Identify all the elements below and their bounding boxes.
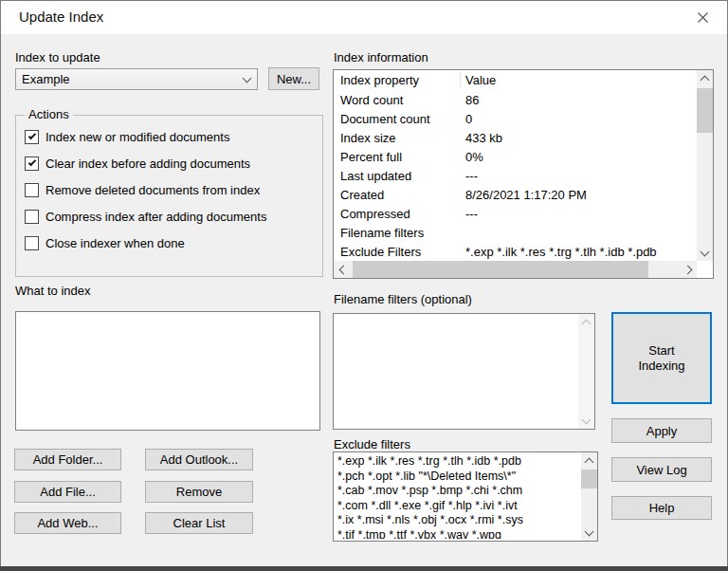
table-row[interactable]: Percent full 0%: [334, 147, 697, 166]
titlebar: Update Index: [0, 0, 728, 34]
chevron-down-icon: [582, 414, 592, 424]
exclude-filters-value[interactable]: *.exp *.ilk *.res *.trg *.tlh *.idb *.pd…: [337, 454, 578, 539]
help-button[interactable]: Help: [611, 496, 712, 520]
exclude-filters-scrollbar[interactable]: [581, 452, 597, 541]
row-property: Compressed: [340, 207, 465, 221]
checkbox-label: Index new or modified documents: [46, 130, 229, 144]
scroll-left-button[interactable]: [334, 261, 350, 278]
what-to-index-label: What to index: [15, 284, 91, 299]
vertical-scroll-thumb[interactable]: [581, 470, 597, 488]
add-file-button[interactable]: Add File...: [14, 481, 121, 503]
exclude-filters-label: Exclude filters: [334, 437, 410, 452]
row-value: 8/26/2021 1:17:20 PM: [465, 188, 697, 202]
row-property: Created: [340, 188, 465, 202]
clear-list-button[interactable]: Clear List: [145, 512, 253, 534]
row-value: ---: [465, 169, 697, 183]
checkbox-index-new-or-modified[interactable]: Index new or modified documents: [25, 129, 229, 145]
listview-header[interactable]: Index property Value: [334, 70, 697, 90]
row-value: *.exp *.ilk *.res *.trg *.tlh *.idb *.pd…: [465, 245, 697, 259]
chevron-left-icon: [338, 265, 348, 274]
checkbox-icon[interactable]: [25, 236, 39, 250]
checkbox-label: Close indexer when done: [46, 236, 185, 250]
index-select[interactable]: Example: [15, 68, 258, 90]
table-row[interactable]: Word count 86: [334, 90, 697, 109]
row-property: Word count: [340, 93, 465, 107]
scroll-down-button[interactable]: [578, 413, 594, 429]
table-row[interactable]: Exclude Filters *.exp *.ilk *.res *.trg …: [334, 242, 697, 261]
scroll-up-button[interactable]: [697, 70, 713, 86]
checkbox-label: Clear index before adding documents: [46, 157, 250, 171]
column-header-value[interactable]: Value: [460, 72, 697, 88]
table-row[interactable]: Last updated ---: [334, 166, 697, 185]
table-row[interactable]: Compressed ---: [334, 204, 697, 223]
chevron-up-icon: [582, 320, 592, 329]
index-select-value: Example: [16, 72, 236, 86]
chevron-right-icon: [682, 265, 692, 274]
listview-horizontal-scrollbar[interactable]: [334, 261, 697, 278]
chevron-up-icon: [701, 76, 710, 85]
view-log-button[interactable]: View Log: [611, 457, 712, 482]
checkmark-icon: [27, 158, 35, 166]
checkbox-label: Remove deleted documents from index: [46, 183, 260, 197]
checkbox-clear-index-before-adding[interactable]: Clear index before adding documents: [25, 156, 250, 172]
row-value: ---: [465, 207, 697, 221]
vertical-scroll-thumb[interactable]: [697, 88, 713, 133]
close-icon: [697, 11, 709, 24]
column-header-property[interactable]: Index property: [340, 73, 465, 87]
index-information-listview[interactable]: Index property Value Word count 86 Docum…: [333, 69, 714, 279]
update-index-dialog: Update Index Index to update Example New…: [0, 0, 728, 571]
filename-filters-textarea[interactable]: [333, 313, 595, 430]
horizontal-scroll-thumb[interactable]: [353, 261, 648, 278]
table-row[interactable]: Document count 0: [334, 109, 697, 128]
listview-vertical-scrollbar[interactable]: [697, 70, 713, 261]
scroll-up-button[interactable]: [581, 452, 597, 469]
scroll-right-button[interactable]: [681, 261, 697, 278]
table-row[interactable]: Index size 433 kb: [334, 128, 697, 147]
row-property: Index size: [340, 131, 465, 145]
row-property: Last updated: [340, 169, 465, 183]
apply-button[interactable]: Apply: [611, 418, 712, 443]
actions-group: Actions Index new or modified documents …: [15, 115, 323, 277]
what-to-index-list[interactable]: [15, 311, 320, 431]
filename-filters-scrollbar[interactable]: [578, 314, 594, 429]
checkbox-icon[interactable]: [25, 210, 39, 224]
checkbox-close-indexer-when-done[interactable]: Close indexer when done: [25, 235, 185, 251]
row-value: 0%: [465, 150, 697, 164]
exclude-filters-textarea[interactable]: *.exp *.ilk *.res *.trg *.tlh *.idb *.pd…: [333, 451, 598, 542]
background-window-edge: [0, 566, 728, 571]
add-outlook-button[interactable]: Add Outlook...: [145, 449, 253, 470]
chevron-down-icon: [236, 78, 257, 82]
table-row[interactable]: Created 8/26/2021 1:17:20 PM: [334, 185, 697, 204]
row-property: Exclude Filters: [340, 245, 465, 259]
checkbox-icon[interactable]: [25, 157, 39, 171]
checkmark-icon: [27, 132, 35, 139]
add-folder-button[interactable]: Add Folder...: [14, 449, 121, 470]
filename-filters-label: Filename filters (optional): [334, 292, 472, 307]
new-index-button[interactable]: New...: [268, 67, 319, 90]
checkbox-icon[interactable]: [25, 183, 39, 197]
scroll-down-button[interactable]: [581, 525, 597, 541]
row-property: Document count: [340, 112, 465, 126]
index-information-rows: Index property Value Word count 86 Docum…: [334, 70, 697, 261]
chevron-down-icon: [701, 247, 710, 256]
table-row[interactable]: Filename filters: [334, 223, 697, 242]
scroll-down-button[interactable]: [697, 245, 713, 261]
close-button[interactable]: [688, 4, 717, 30]
index-information-label: Index information: [334, 50, 428, 65]
add-web-button[interactable]: Add Web...: [14, 512, 121, 534]
window-title: Update Index: [19, 0, 103, 34]
remove-button[interactable]: Remove: [145, 481, 253, 503]
row-value: 86: [465, 93, 697, 107]
checkbox-remove-deleted-documents[interactable]: Remove deleted documents from index: [25, 182, 260, 198]
row-value: 0: [465, 112, 697, 126]
checkbox-compress-index-after-adding[interactable]: Compress index after adding documents: [25, 209, 266, 225]
chevron-up-icon: [585, 458, 594, 468]
scroll-up-button[interactable]: [578, 314, 594, 330]
checkbox-icon[interactable]: [25, 130, 39, 144]
checkbox-label: Compress index after adding documents: [46, 210, 266, 224]
row-property: Filename filters: [340, 226, 465, 240]
filename-filters-value[interactable]: [337, 316, 575, 427]
start-indexing-button[interactable]: Start Indexing: [611, 312, 712, 404]
chevron-down-icon: [585, 526, 594, 536]
row-value: 433 kb: [465, 131, 697, 145]
